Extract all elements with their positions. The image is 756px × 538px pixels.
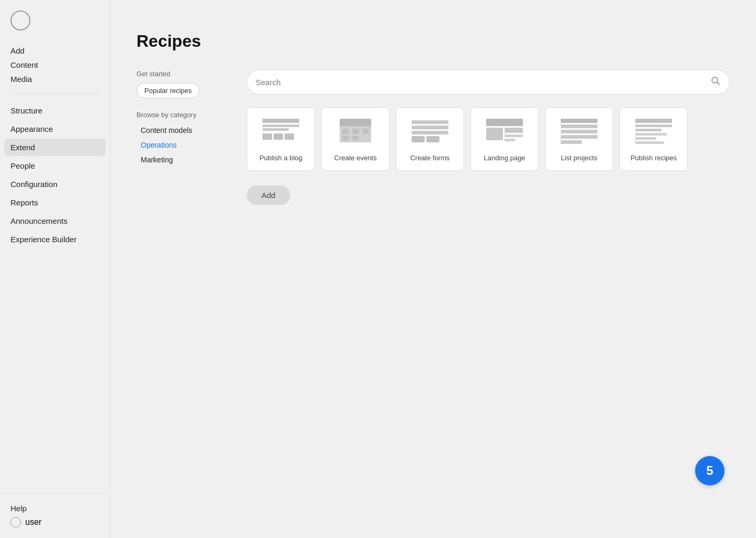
- svg-rect-24: [505, 139, 515, 141]
- svg-rect-11: [352, 129, 359, 134]
- right-panel: Publish a blog Create events: [247, 70, 730, 205]
- svg-rect-3: [262, 125, 299, 127]
- card-label-create-forms: Create forms: [410, 154, 449, 163]
- svg-rect-7: [285, 133, 294, 140]
- recipe-cards: Publish a blog Create events: [247, 107, 730, 171]
- sidebar-item-experience-builder[interactable]: Experience Builder: [4, 231, 106, 248]
- sidebar-item-media[interactable]: Media: [10, 73, 99, 86]
- user-avatar-icon: [10, 517, 21, 527]
- svg-rect-26: [561, 125, 597, 128]
- popular-recipes-button[interactable]: Popular recipes: [136, 83, 200, 98]
- get-started-label: Get started: [136, 70, 231, 78]
- svg-rect-16: [412, 126, 448, 129]
- search-bar: [247, 70, 730, 95]
- forms-icon: [409, 116, 451, 148]
- svg-rect-6: [274, 133, 283, 140]
- svg-rect-33: [635, 133, 667, 136]
- svg-rect-34: [635, 137, 656, 140]
- sidebar-item-reports[interactable]: Reports: [4, 194, 106, 211]
- category-item-marketing[interactable]: Marketing: [136, 153, 231, 166]
- svg-rect-25: [561, 119, 597, 123]
- svg-rect-2: [262, 119, 299, 123]
- sidebar: Add Content Media Structure Appearance E…: [0, 0, 110, 538]
- svg-rect-18: [412, 136, 425, 142]
- svg-rect-32: [635, 129, 662, 131]
- svg-rect-15: [412, 120, 448, 124]
- sidebar-item-announcements[interactable]: Announcements: [4, 212, 106, 230]
- logo-icon[interactable]: [10, 11, 30, 30]
- recipe-card-list-projects[interactable]: List projects: [545, 107, 613, 171]
- browse-label: Browse by category: [136, 111, 231, 119]
- svg-rect-20: [486, 119, 523, 126]
- recipe-card-create-events[interactable]: Create events: [321, 107, 390, 171]
- card-label-create-events: Create events: [334, 154, 377, 163]
- sidebar-item-add[interactable]: Add: [10, 44, 99, 57]
- sidebar-item-people[interactable]: People: [4, 157, 106, 174]
- left-panel: Get started Popular recipes Browse by ca…: [136, 70, 231, 205]
- svg-line-1: [717, 82, 720, 85]
- category-link-marketing[interactable]: Marketing: [136, 153, 231, 166]
- category-item-content-models[interactable]: Content models: [136, 124, 231, 137]
- category-link-content-models[interactable]: Content models: [136, 124, 231, 137]
- svg-rect-28: [561, 135, 597, 139]
- sidebar-bottom: Help user: [0, 493, 110, 538]
- recipes-layout: Get started Popular recipes Browse by ca…: [136, 70, 730, 205]
- svg-rect-21: [486, 128, 503, 140]
- recipe-card-publish-recipes[interactable]: Publish recipes: [620, 107, 688, 171]
- svg-rect-19: [426, 136, 439, 142]
- svg-rect-9: [340, 119, 371, 126]
- sidebar-item-content[interactable]: Content: [10, 58, 99, 71]
- sidebar-item-appearance[interactable]: Appearance: [4, 120, 106, 138]
- sidebar-item-extend[interactable]: Extend: [4, 139, 106, 156]
- svg-rect-30: [635, 119, 672, 123]
- user-name: user: [25, 518, 41, 527]
- category-link-operations[interactable]: Operations: [136, 139, 231, 151]
- sidebar-item-structure[interactable]: Structure: [4, 102, 106, 119]
- sidebar-top-nav: Add Content Media: [0, 36, 110, 87]
- notification-badge: 5: [695, 456, 724, 485]
- search-input[interactable]: [256, 78, 705, 87]
- svg-rect-35: [635, 141, 664, 144]
- svg-rect-29: [561, 140, 582, 144]
- landing-icon: [484, 116, 526, 148]
- blog-icon: [260, 116, 302, 148]
- search-icon: [710, 76, 721, 89]
- events-icon: [334, 116, 376, 148]
- user-row: user: [10, 517, 99, 527]
- svg-rect-22: [505, 128, 523, 133]
- category-list: Content models Operations Marketing: [136, 124, 231, 166]
- page-title: Recipes: [136, 32, 730, 51]
- card-label-landing-page: Landing page: [484, 154, 526, 163]
- sidebar-help-link[interactable]: Help: [10, 502, 99, 515]
- recipe-card-create-forms[interactable]: Create forms: [396, 107, 464, 171]
- svg-rect-14: [352, 136, 359, 140]
- main-content: Recipes Get started Popular recipes Brow…: [110, 0, 756, 538]
- svg-rect-12: [362, 129, 369, 134]
- projects-icon: [558, 116, 600, 148]
- svg-rect-23: [505, 134, 523, 137]
- svg-rect-27: [561, 130, 597, 133]
- sidebar-nav: Structure Appearance Extend People Confi…: [0, 102, 110, 493]
- svg-rect-5: [262, 133, 272, 140]
- svg-rect-4: [262, 128, 289, 131]
- svg-rect-31: [635, 125, 672, 127]
- svg-rect-10: [342, 129, 349, 134]
- add-button[interactable]: Add: [247, 185, 290, 205]
- svg-rect-17: [412, 131, 448, 134]
- recipes-icon: [633, 116, 675, 148]
- sidebar-item-configuration[interactable]: Configuration: [4, 175, 106, 193]
- card-label-publish-recipes: Publish recipes: [631, 154, 677, 163]
- svg-rect-13: [342, 136, 349, 140]
- recipe-card-landing-page[interactable]: Landing page: [470, 107, 539, 171]
- sidebar-logo: [0, 0, 110, 36]
- card-label-list-projects: List projects: [561, 154, 597, 163]
- sidebar-divider: [10, 94, 99, 95]
- recipe-card-publish-blog[interactable]: Publish a blog: [247, 107, 315, 171]
- card-label-publish-blog: Publish a blog: [259, 154, 302, 163]
- category-item-operations[interactable]: Operations: [136, 139, 231, 151]
